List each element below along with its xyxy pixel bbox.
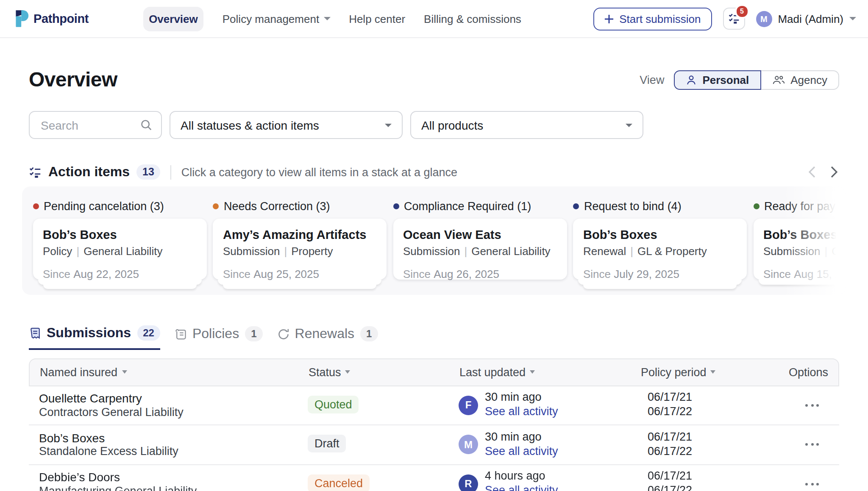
action-card-subtitle: Renewal|GL & Property — [583, 245, 737, 258]
action-card-product: General Liability — [832, 245, 846, 258]
action-category: Request to bind (4)Bob’s BoxesRenewal|GL… — [573, 200, 747, 288]
status-badge: Draft — [308, 435, 346, 452]
tab-count-badge: 22 — [137, 325, 160, 341]
notification-badge: 5 — [734, 4, 749, 19]
tab-policies[interactable]: Policies 1 — [175, 325, 263, 350]
table-row[interactable]: Ouellette CarpentryContractors General L… — [29, 386, 839, 425]
action-card[interactable]: Ocean View EatsSubmission|General Liabil… — [393, 219, 567, 280]
action-items-panel: Pending cancelation (3)Bob’s BoxesPolicy… — [22, 186, 846, 295]
category-label[interactable]: Compliance Required (1) — [393, 200, 567, 213]
action-card[interactable]: Bob’s BoxesPolicy|General LiabilitySince… — [33, 219, 206, 280]
row-options-button[interactable] — [805, 483, 819, 485]
row-period-end: 06/17/22 — [648, 444, 692, 457]
tab-renewals[interactable]: Renewals 1 — [277, 325, 378, 350]
start-submission-button[interactable]: Start submission — [593, 7, 712, 30]
tab-submissions[interactable]: Submissions 22 — [29, 325, 160, 350]
search-input[interactable] — [39, 117, 140, 133]
row-last-updated: 4 hours ago — [485, 469, 545, 482]
row-named-insured: Ouellette Carpentry — [39, 391, 142, 405]
brand-logo[interactable]: Pathpoint — [15, 9, 89, 28]
nav-item-help-center[interactable]: Help center — [349, 12, 405, 25]
divider — [170, 165, 171, 179]
action-card-product: General Liability — [471, 245, 550, 258]
category-label[interactable]: Request to bind (4) — [573, 200, 747, 213]
card-stack-edge — [583, 284, 737, 288]
sort-caret-icon — [345, 370, 351, 374]
see-all-activity-link[interactable]: See all activity — [485, 484, 558, 491]
divider: | — [76, 245, 79, 258]
divider: | — [464, 245, 467, 258]
nav-item-policy-management[interactable]: Policy management — [223, 12, 330, 25]
table-row[interactable]: Debbie’s DoorsManufacturing General Liab… — [29, 465, 839, 491]
action-items-hint: Click a category to view all items in a … — [181, 166, 457, 178]
column-header-options: Options — [789, 359, 828, 385]
row-last-updated: 30 min ago — [485, 430, 542, 443]
action-items-nav-button[interactable]: 5 — [723, 8, 745, 30]
action-card-since: Since Aug 25, 2025 — [223, 268, 376, 280]
action-card-since: Since Aug 26, 2025 — [403, 268, 556, 280]
row-options-button[interactable] — [805, 404, 819, 406]
see-all-activity-link[interactable]: See all activity — [485, 405, 558, 418]
checklist-icon — [29, 166, 42, 178]
row-product: Contractors General Liability — [39, 405, 184, 418]
action-card[interactable]: Amy’s Amazing ArtifactsSubmission|Proper… — [213, 219, 387, 280]
status-dot-icon — [33, 203, 39, 209]
divider: | — [284, 245, 287, 258]
status-dot-icon — [573, 203, 579, 209]
tabs: Submissions 22 Policies 1 Renewals 1 — [29, 325, 378, 350]
sort-caret-icon — [530, 370, 535, 374]
action-card-since: Since Aug 15, 2025 — [763, 268, 846, 280]
column-header-status[interactable]: Status — [309, 359, 351, 385]
renewals-icon — [277, 327, 290, 340]
status-filter-select[interactable]: All statuses & action items — [170, 111, 403, 139]
action-category: Needs Correction (3)Amy’s Amazing Artifa… — [213, 200, 387, 288]
action-items-count: 13 — [136, 164, 160, 180]
category-label[interactable]: Needs Correction (3) — [213, 200, 387, 213]
nav-item-billing[interactable]: Billing & comissions — [424, 12, 521, 25]
row-period-end: 06/17/22 — [648, 405, 692, 418]
category-label[interactable]: Pending cancelation (3) — [33, 200, 206, 213]
column-header-policy-period[interactable]: Policy period — [641, 359, 716, 385]
nav-item-overview[interactable]: Overview — [143, 6, 204, 31]
action-card-subtitle: Submission|Property — [223, 245, 376, 258]
action-card-subtitle: Submission|General Liability — [403, 245, 556, 258]
action-card[interactable]: Bob’s BoxesSubmission|General LiabilityS… — [753, 219, 846, 280]
avatar: F — [459, 395, 478, 415]
product-filter-select[interactable]: All products — [410, 111, 643, 139]
column-header-named-insured[interactable]: Named insured — [40, 359, 127, 385]
action-card-since: Since Aug 22, 2025 — [43, 268, 196, 280]
submissions-table: Named insured Status Last updated Policy… — [29, 358, 839, 491]
person-icon — [685, 74, 696, 85]
action-card[interactable]: Bob’s BoxesRenewal|GL & PropertySince Ju… — [573, 219, 747, 280]
sort-caret-icon — [122, 370, 127, 374]
category-label-text: Ready for payment (2) — [764, 200, 846, 213]
user-menu[interactable]: M Madi (Admin) — [756, 11, 856, 27]
table-row[interactable]: Bob’s BoxesStandalone Excess LiabilityDr… — [29, 425, 839, 465]
action-card-product: General Liability — [83, 245, 162, 258]
action-card-title: Amy’s Amazing Artifacts — [223, 228, 376, 241]
submissions-icon — [29, 327, 42, 339]
see-all-activity-link[interactable]: See all activity — [485, 444, 558, 457]
chevron-left-icon[interactable] — [807, 166, 817, 178]
action-card-product: GL & Property — [637, 245, 707, 258]
nav-right: Start submission 5 M Madi (Admin) — [593, 7, 856, 30]
action-card-title: Bob’s Boxes — [763, 228, 846, 241]
action-category: Compliance Required (1)Ocean View EatsSu… — [393, 200, 567, 288]
category-label-text: Pending cancelation (3) — [44, 200, 164, 213]
view-option-personal[interactable]: Personal — [673, 70, 761, 89]
action-card-product: Property — [291, 245, 333, 258]
column-header-last-updated[interactable]: Last updated — [459, 359, 535, 385]
category-label[interactable]: Ready for payment (2) — [753, 200, 846, 213]
view-option-agency[interactable]: Agency — [761, 70, 839, 89]
chevron-right-icon[interactable] — [829, 166, 839, 178]
row-named-insured: Debbie’s Doors — [39, 470, 120, 484]
chevron-down-icon — [385, 123, 392, 127]
status-badge: Canceled — [308, 474, 370, 491]
category-label-text: Needs Correction (3) — [224, 200, 330, 213]
plus-icon — [604, 14, 613, 23]
action-card-subtitle: Submission|General Liability — [763, 245, 846, 258]
sort-caret-icon — [711, 370, 716, 374]
app: Pathpoint Overview Policy management Hel… — [0, 0, 868, 491]
row-options-button[interactable] — [805, 443, 819, 446]
avatar: M — [756, 11, 772, 27]
